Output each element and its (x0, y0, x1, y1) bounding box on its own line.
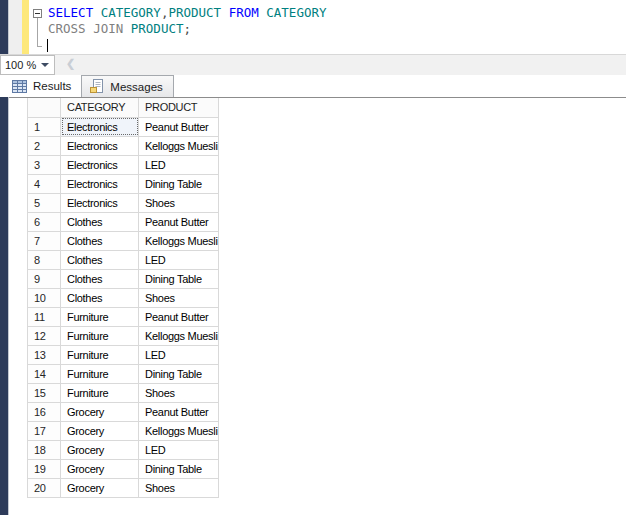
grid-cell[interactable]: Dining Table (139, 459, 219, 478)
grid-cell[interactable]: Furniture (61, 307, 139, 326)
grid-cell[interactable]: LED (139, 345, 219, 364)
grid-cell[interactable]: Electronics (61, 136, 139, 155)
grid-cell[interactable]: Kelloggs Muesli (139, 326, 219, 345)
table-row: 19GroceryDining Table (28, 459, 219, 478)
tab-results[interactable]: Results (5, 75, 81, 97)
grid-cell[interactable]: Electronics (61, 155, 139, 174)
scroll-left-icon[interactable]: ❮ (66, 57, 75, 70)
table-row: 15FurnitureShoes (28, 383, 219, 402)
code-token: PRODUCT (168, 5, 221, 20)
table-row: 2ElectronicsKelloggs Muesli (28, 136, 219, 155)
row-number-cell[interactable]: 18 (28, 440, 61, 459)
collapse-minus-icon[interactable] (33, 9, 42, 18)
grid-cell[interactable]: Grocery (61, 440, 139, 459)
grid-cell[interactable]: Electronics (61, 117, 139, 136)
table-row: 9ClothesDining Table (28, 269, 219, 288)
table-row: 18GroceryLED (28, 440, 219, 459)
zoom-dropdown[interactable]: 100 % (0, 55, 55, 75)
header-row: CATEGORYPRODUCT (28, 98, 219, 117)
change-tracking-bar (22, 0, 29, 54)
grid-cell[interactable]: Dining Table (139, 364, 219, 383)
row-number-cell[interactable]: 11 (28, 307, 61, 326)
code-token: PRODUCT (131, 21, 184, 36)
row-number-cell[interactable]: 5 (28, 193, 61, 212)
grid-corner-cell[interactable] (28, 98, 61, 117)
row-number-cell[interactable]: 3 (28, 155, 61, 174)
row-number-cell[interactable]: 13 (28, 345, 61, 364)
grid-cell[interactable]: Shoes (139, 288, 219, 307)
tab-messages[interactable]: Messages (81, 75, 173, 97)
table-row: 13FurnitureLED (28, 345, 219, 364)
grid-cell[interactable]: Shoes (139, 193, 219, 212)
grid-cell[interactable]: Kelloggs Muesli (139, 421, 219, 440)
row-number-cell[interactable]: 6 (28, 212, 61, 231)
row-number-cell[interactable]: 9 (28, 269, 61, 288)
grid-cell[interactable]: Furniture (61, 364, 139, 383)
table-row: 4ElectronicsDining Table (28, 174, 219, 193)
table-row: 16GroceryPeanut Butter (28, 402, 219, 421)
grid-cell[interactable]: Kelloggs Muesli (139, 231, 219, 250)
row-number-cell[interactable]: 16 (28, 402, 61, 421)
grid-cell[interactable]: Electronics (61, 193, 139, 212)
row-number-cell[interactable]: 1 (28, 117, 61, 136)
query-results-window: SELECT CATEGORY,PRODUCT FROM CATEGORYCRO… (0, 0, 626, 515)
row-number-cell[interactable]: 10 (28, 288, 61, 307)
grid-cell[interactable]: Clothes (61, 250, 139, 269)
zoom-value: 100 % (1, 59, 41, 71)
grid-cell[interactable]: Grocery (61, 402, 139, 421)
grid-cell[interactable]: Shoes (139, 383, 219, 402)
code-line: SELECT CATEGORY,PRODUCT FROM CATEGORY (48, 5, 327, 21)
row-number-cell[interactable]: 17 (28, 421, 61, 440)
row-number-cell[interactable]: 19 (28, 459, 61, 478)
grid-cell[interactable]: Grocery (61, 459, 139, 478)
grid-cell[interactable]: Clothes (61, 212, 139, 231)
table-row: 12FurnitureKelloggs Muesli (28, 326, 219, 345)
grid-cell[interactable]: LED (139, 250, 219, 269)
column-header-product[interactable]: PRODUCT (139, 98, 219, 117)
results-grid[interactable]: CATEGORYPRODUCT1ElectronicsPeanut Butter… (27, 98, 219, 498)
grid-cell[interactable]: Peanut Butter (139, 307, 219, 326)
grid-cell[interactable]: Electronics (61, 174, 139, 193)
table-row: 8ClothesLED (28, 250, 219, 269)
grid-cell[interactable]: Clothes (61, 269, 139, 288)
grid-cell[interactable]: Furniture (61, 326, 139, 345)
results-tabstrip: Results Messages (0, 75, 626, 97)
row-number-cell[interactable]: 8 (28, 250, 61, 269)
grid-cell[interactable]: Peanut Butter (139, 117, 219, 136)
grid-cell[interactable]: LED (139, 155, 219, 174)
code-token (123, 21, 131, 36)
table-row: 6ClothesPeanut Butter (28, 212, 219, 231)
row-number-cell[interactable]: 7 (28, 231, 61, 250)
grid-cell[interactable]: Kelloggs Muesli (139, 136, 219, 155)
grid-cell[interactable]: Clothes (61, 288, 139, 307)
sql-editor[interactable]: SELECT CATEGORY,PRODUCT FROM CATEGORYCRO… (9, 0, 626, 54)
code-token: SELECT (48, 5, 93, 20)
collapse-region-foot (37, 46, 42, 47)
row-number-cell[interactable]: 12 (28, 326, 61, 345)
row-number-cell[interactable]: 20 (28, 478, 61, 497)
grid-cell[interactable]: Peanut Butter (139, 212, 219, 231)
grid-cell[interactable]: Clothes (61, 231, 139, 250)
text-caret (47, 39, 48, 52)
grid-cell[interactable]: Furniture (61, 383, 139, 402)
row-number-cell[interactable]: 2 (28, 136, 61, 155)
editor-indicator-margin (9, 0, 22, 54)
column-header-category[interactable]: CATEGORY (61, 98, 139, 117)
grid-cell[interactable]: Grocery (61, 478, 139, 497)
row-number-cell[interactable]: 15 (28, 383, 61, 402)
grid-cell[interactable]: Shoes (139, 478, 219, 497)
grid-cell[interactable]: Peanut Butter (139, 402, 219, 421)
grid-cell[interactable]: Dining Table (139, 174, 219, 193)
grid-cell[interactable]: LED (139, 440, 219, 459)
row-number-cell[interactable]: 14 (28, 364, 61, 383)
table-row: 10ClothesShoes (28, 288, 219, 307)
code-token: CATEGORY (266, 5, 326, 20)
grid-cell[interactable]: Furniture (61, 345, 139, 364)
grid-cell[interactable]: Dining Table (139, 269, 219, 288)
results-pane: CATEGORYPRODUCT1ElectronicsPeanut Butter… (9, 97, 626, 515)
table-row: 1ElectronicsPeanut Butter (28, 117, 219, 136)
grid-cell[interactable]: Grocery (61, 421, 139, 440)
horizontal-scrollbar[interactable]: ❮ (56, 55, 626, 75)
table-row: 11FurniturePeanut Butter (28, 307, 219, 326)
row-number-cell[interactable]: 4 (28, 174, 61, 193)
